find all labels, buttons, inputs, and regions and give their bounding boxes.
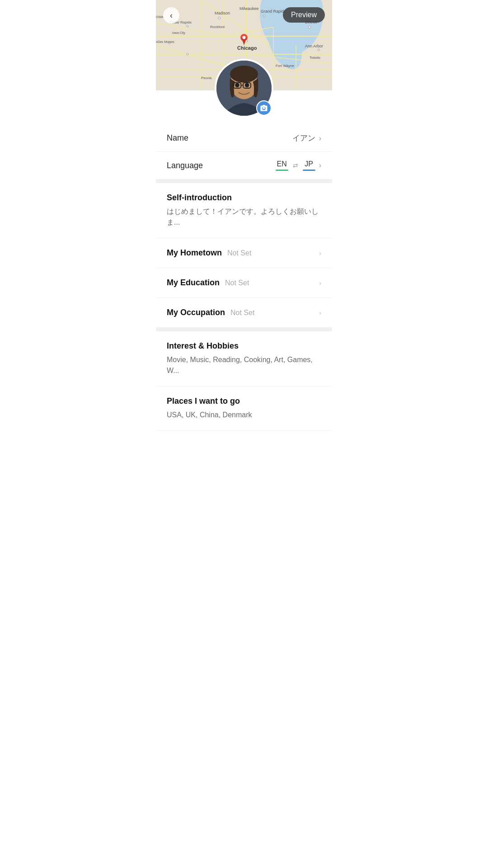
svg-point-23 bbox=[318, 49, 319, 51]
hometown-row[interactable]: My Hometown Not Set › bbox=[156, 238, 332, 268]
lang-arrow: ⇄ bbox=[293, 162, 298, 169]
preview-label: Preview bbox=[291, 11, 317, 19]
hometown-label: My Hometown bbox=[167, 248, 222, 258]
occupation-value: Not Set bbox=[230, 309, 319, 317]
language-label: Language bbox=[167, 161, 203, 170]
lang-from-bar bbox=[276, 170, 288, 171]
svg-point-47 bbox=[230, 66, 258, 83]
info-section: Self-introduction はじめまして！イアンです。よろしくお願いしま… bbox=[156, 183, 332, 328]
svg-text:Rockford: Rockford bbox=[210, 25, 225, 29]
svg-text:Grand Rapids: Grand Rapids bbox=[261, 9, 286, 14]
name-value: イアン bbox=[292, 133, 315, 143]
svg-text:oDes Moines: oDes Moines bbox=[156, 40, 174, 43]
section-divider-1 bbox=[156, 179, 332, 183]
name-row[interactable]: Name イアン › bbox=[156, 125, 332, 152]
lang-to-bar bbox=[303, 170, 315, 171]
svg-text:Madison: Madison bbox=[215, 11, 230, 15]
lang-jp: JP bbox=[303, 160, 315, 171]
occupation-label: My Occupation bbox=[167, 308, 225, 317]
hometown-chevron: › bbox=[319, 250, 321, 257]
name-right: イアン › bbox=[292, 133, 321, 143]
svg-point-20 bbox=[187, 53, 188, 55]
hobbies-block: Interest & Hobbies Movie, Music, Reading… bbox=[156, 331, 332, 387]
camera-icon bbox=[260, 104, 268, 112]
avatar-wrapper bbox=[215, 59, 273, 118]
hobbies-section: Interest & Hobbies Movie, Music, Reading… bbox=[156, 331, 332, 431]
language-chevron: › bbox=[319, 161, 321, 170]
svg-point-21 bbox=[263, 15, 265, 17]
svg-point-22 bbox=[309, 26, 311, 28]
hobbies-text: Movie, Music, Reading, Cooking, Art, Gam… bbox=[167, 354, 321, 376]
hobbies-title: Interest & Hobbies bbox=[167, 341, 321, 351]
name-label: Name bbox=[167, 133, 188, 143]
places-text: USA, UK, China, Denmark bbox=[167, 410, 321, 420]
self-intro-block: Self-introduction はじめまして！イアンです。よろしくお願いしま… bbox=[156, 183, 332, 238]
svg-text:Chicago: Chicago bbox=[237, 45, 257, 51]
language-right: EN ⇄ JP › bbox=[276, 160, 321, 171]
profile-section: Name イアン › Language EN ⇄ JP › bbox=[156, 118, 332, 179]
language-row[interactable]: Language EN ⇄ JP › bbox=[156, 152, 332, 179]
svg-text:Ann Arbor: Ann Arbor bbox=[305, 44, 323, 48]
places-title: Places I want to go bbox=[167, 396, 321, 406]
svg-point-17 bbox=[218, 17, 221, 19]
name-chevron: › bbox=[319, 134, 321, 142]
hometown-value: Not Set bbox=[227, 249, 319, 257]
education-chevron: › bbox=[319, 279, 321, 287]
svg-text:Iowa City: Iowa City bbox=[172, 31, 185, 35]
education-label: My Education bbox=[167, 278, 220, 288]
back-button[interactable]: ‹ bbox=[163, 7, 179, 24]
svg-point-18 bbox=[187, 25, 188, 27]
education-row[interactable]: My Education Not Set › bbox=[156, 268, 332, 298]
occupation-row[interactable]: My Occupation Not Set › bbox=[156, 298, 332, 328]
svg-point-52 bbox=[245, 83, 249, 87]
lang-to-code: JP bbox=[305, 160, 313, 168]
svg-point-43 bbox=[243, 36, 246, 39]
self-intro-text: はじめまして！イアンです。よろしくお願いしま... bbox=[167, 206, 321, 228]
back-icon: ‹ bbox=[170, 11, 173, 20]
self-intro-title: Self-introduction bbox=[167, 193, 321, 203]
lang-en: EN bbox=[276, 160, 288, 171]
svg-point-51 bbox=[235, 83, 239, 87]
section-divider-2 bbox=[156, 328, 332, 331]
places-block: Places I want to go USA, UK, China, Denm… bbox=[156, 387, 332, 431]
preview-button[interactable]: Preview bbox=[283, 7, 325, 23]
camera-badge[interactable] bbox=[256, 100, 272, 116]
language-pair: EN ⇄ JP bbox=[276, 160, 315, 171]
avatar-container bbox=[156, 59, 332, 118]
education-value: Not Set bbox=[225, 279, 319, 287]
svg-text:Milwaukee: Milwaukee bbox=[239, 6, 259, 11]
lang-from-code: EN bbox=[277, 160, 287, 168]
svg-text:OWA: OWA bbox=[156, 15, 164, 19]
occupation-chevron: › bbox=[319, 309, 321, 316]
